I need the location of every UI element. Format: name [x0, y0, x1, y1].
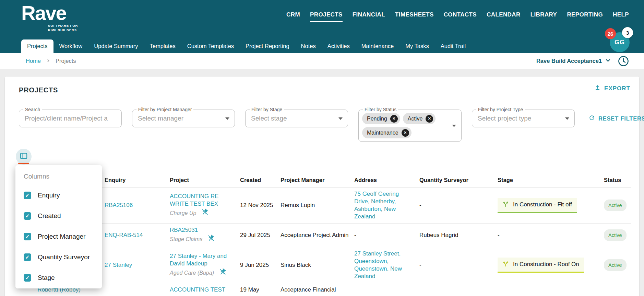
tab-custom-templates[interactable]: Custom Templates	[181, 39, 240, 53]
column-option-project-manager[interactable]: ✓Project Manager	[24, 226, 102, 247]
cell-stage: In Construction - Roof On	[498, 258, 604, 273]
enquiry-link[interactable]: RBA25106	[105, 202, 133, 208]
checkbox-checked-icon[interactable]: ✓	[24, 212, 31, 220]
cell-status: Active	[604, 200, 632, 211]
header-project: Project	[170, 177, 240, 183]
project-link[interactable]: RBA25031	[170, 226, 235, 234]
cell-project-manager: Sirius Black	[281, 261, 354, 269]
top-nav: CRMPROJECTSFINANCIALTIMESHEETSCONTACTSCA…	[286, 11, 629, 18]
tab-activities[interactable]: Activities	[322, 39, 356, 53]
search-input[interactable]	[19, 110, 121, 127]
secondary-count-badge[interactable]: 3	[622, 27, 633, 38]
cell-status: Active	[604, 259, 632, 271]
project-subtitle-text: Charge Up	[170, 209, 196, 217]
column-option-quantity-surveyor[interactable]: ✓Quantity Surveyor	[24, 247, 102, 267]
status-chip-active: Active✕	[403, 113, 436, 124]
export-label: EXPORT	[604, 85, 630, 92]
export-upload-icon	[594, 84, 601, 93]
brand-logo[interactable]: Rave SOFTWARE FOR KIWI BUILDERS	[21, 3, 78, 33]
stage-badge[interactable]: In Construction - Roof On	[498, 258, 584, 273]
cell-project: ACCOUNTING RE WRITE TEST BEXCharge Up	[170, 193, 240, 218]
tab-audit-trail[interactable]: Audit Trail	[435, 39, 472, 53]
status-chip-maintenance: Maintenance✕	[362, 127, 412, 138]
top-nav-item-crm[interactable]: CRM	[286, 11, 300, 18]
table-row: RBA25106ACCOUNTING RE WRITE TEST BEXChar…	[19, 187, 631, 224]
top-nav-item-financial[interactable]: FINANCIAL	[353, 11, 385, 18]
project-link[interactable]: ACCOUNTING TEST	[170, 286, 235, 294]
cell-project-manager: Remus Lupin	[281, 202, 354, 209]
filter-project-type[interactable]: Filter by Project Type Select project ty…	[472, 110, 575, 127]
column-option-created[interactable]: ✓Created	[24, 206, 102, 226]
checkbox-checked-icon[interactable]: ✓	[24, 233, 31, 240]
app-header: Rave SOFTWARE FOR KIWI BUILDERS CRMPROJE…	[0, 0, 644, 53]
top-nav-item-projects[interactable]: PROJECTS	[310, 11, 343, 18]
export-button[interactable]: EXPORT	[594, 84, 630, 93]
address-link[interactable]: 75 Geoff Geering Drive, Netherby, Ashbur…	[354, 191, 399, 220]
account-switcher[interactable]: Rave Build Acceptance1	[536, 53, 611, 69]
filter-project-manager[interactable]: Filter by Project Manager Select manager	[132, 110, 235, 127]
filter-project-manager-value: Select manager	[132, 110, 235, 127]
status-badge: Active	[604, 229, 627, 241]
tab-templates[interactable]: Templates	[144, 39, 181, 53]
column-option-label: Created	[38, 212, 61, 220]
tab-project-reporting[interactable]: Project Reporting	[240, 39, 295, 53]
cell-created: 29 Jul 2025	[240, 231, 281, 239]
brand-tagline: SOFTWARE FOR KIWI BUILDERS	[48, 24, 78, 33]
chip-remove-icon[interactable]: ✕	[402, 129, 409, 137]
header-created: Created	[240, 177, 281, 183]
checkbox-checked-icon[interactable]: ✓	[24, 274, 31, 282]
checkbox-checked-icon[interactable]: ✓	[24, 253, 31, 261]
column-option-enquiry[interactable]: ✓Enquiry	[24, 185, 102, 206]
header-address: Address	[354, 177, 419, 183]
table-row: Roberttt (Robby)ACCOUNTING TEST19 MayAcc…	[19, 283, 631, 296]
reset-filters-button[interactable]: RESET FILTERS	[588, 110, 644, 127]
unpin-icon[interactable]	[207, 235, 215, 244]
tab-projects[interactable]: Projects	[21, 39, 53, 53]
address-link[interactable]: 27 Stanley Street, Queenstown, Queenstow…	[354, 250, 402, 280]
sub-nav-tabs: ProjectsWorkflowUpdate SummaryTemplatesC…	[21, 39, 472, 53]
top-nav-item-timesheets[interactable]: TIMESHEETS	[395, 11, 434, 18]
history-clock-icon[interactable]	[617, 55, 630, 67]
tab-update-summary[interactable]: Update Summary	[88, 39, 144, 53]
columns-options: ✓Enquiry✓Created✓Project Manager✓Quantit…	[24, 185, 102, 288]
filter-stage[interactable]: Filter by Stage Select stage	[245, 110, 348, 127]
columns-panel-title: Columns	[24, 173, 102, 180]
tab-maintenance[interactable]: Maintenance	[356, 39, 399, 53]
tab-my-tasks[interactable]: My Tasks	[399, 39, 434, 53]
column-option-label: Stage	[38, 274, 55, 282]
project-link[interactable]: 27 Stanley - Mary and David Madeup	[170, 252, 235, 267]
unpin-icon[interactable]	[201, 208, 208, 218]
cell-stage: In Construction - Fit off	[498, 198, 604, 213]
cell-project-manager: Acceptance Project Admin	[281, 231, 354, 239]
breadcrumb-home-link[interactable]: Home	[26, 58, 41, 64]
checkbox-checked-icon[interactable]: ✓	[24, 192, 31, 199]
columns-dropdown-panel: Columns ✓Enquiry✓Created✓Project Manager…	[15, 165, 102, 288]
top-nav-item-reporting[interactable]: REPORTING	[567, 11, 603, 18]
top-nav-item-library[interactable]: LIBRARY	[530, 11, 557, 18]
status-badge: Active	[604, 259, 627, 271]
refresh-icon	[588, 114, 595, 123]
cell-status: Active	[604, 229, 632, 241]
tab-notes[interactable]: Notes	[295, 39, 322, 53]
top-nav-item-help[interactable]: HELP	[613, 11, 629, 18]
chevron-right-icon	[46, 58, 50, 64]
filter-status[interactable]: Filter by Status Pending✕Active✕Maintena…	[358, 110, 462, 142]
top-nav-item-calendar[interactable]: CALENDAR	[487, 11, 521, 18]
enquiry-link[interactable]: 27 Stanley	[105, 262, 132, 268]
project-link[interactable]: ACCOUNTING RE WRITE TEST BEX	[170, 193, 235, 208]
stage-badge[interactable]: In Construction - Fit off	[498, 198, 577, 213]
notification-count-badge[interactable]: 26	[605, 28, 616, 39]
chip-remove-icon[interactable]: ✕	[390, 115, 398, 123]
cell-created: 9 Jun 2025	[240, 261, 281, 269]
cell-enquiry: ENQ-RAB-514	[105, 231, 170, 239]
filter-status-label: Filter by Status	[363, 107, 398, 112]
status-badge: Active	[604, 200, 627, 211]
column-option-stage[interactable]: ✓Stage	[24, 267, 102, 288]
chip-remove-icon[interactable]: ✕	[426, 115, 433, 123]
columns-toggle-button[interactable]	[16, 149, 32, 164]
enquiry-link[interactable]: ENQ-RAB-514	[105, 232, 143, 238]
cell-address: 75 Geoff Geering Drive, Netherby, Ashbur…	[354, 190, 419, 220]
tab-workflow[interactable]: Workflow	[53, 39, 88, 53]
unpin-icon[interactable]	[219, 268, 226, 278]
top-nav-item-contacts[interactable]: CONTACTS	[444, 11, 477, 18]
